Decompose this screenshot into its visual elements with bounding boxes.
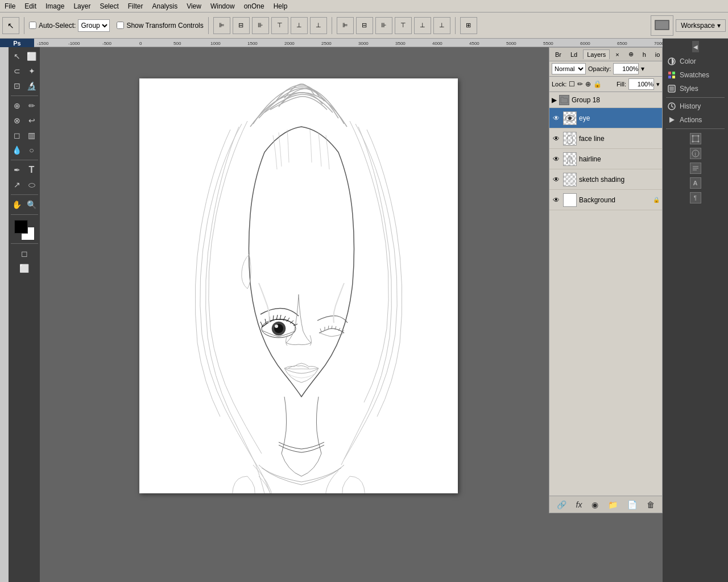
menu-select[interactable]: Select <box>95 1 123 11</box>
right-extra-btn1[interactable] <box>690 133 701 144</box>
svg-rect-55 <box>669 86 674 91</box>
lasso-tool[interactable]: ⊂ <box>10 64 24 78</box>
layers-tab-close[interactable]: × <box>612 50 622 59</box>
menu-onone[interactable]: onOne <box>239 1 269 11</box>
fg-bg-box[interactable] <box>14 220 35 240</box>
type-tool[interactable]: T <box>25 163 39 177</box>
quick-mask-btn[interactable]: ◻ <box>18 247 31 260</box>
align-bottom-btn[interactable]: ⊥ <box>310 17 327 34</box>
lock-paint-btn[interactable]: ✏ <box>577 80 583 88</box>
zoom-tool[interactable]: 🔍 <box>25 198 39 211</box>
layer-item-sketch-shading[interactable]: 👁 sketch shading <box>549 169 662 190</box>
eraser-tool[interactable]: ◻ <box>10 128 24 142</box>
right-swatches-btn[interactable]: Swatches <box>663 68 728 82</box>
layer-mask-btn[interactable]: ◉ <box>592 500 598 509</box>
layers-tab-add[interactable]: ⊕ <box>625 49 637 59</box>
screen-mode-btn[interactable] <box>651 15 673 36</box>
right-extra-btn5[interactable]: ¶ <box>690 192 701 203</box>
distribute-btn4[interactable]: ⊤ <box>395 17 412 34</box>
layer-item-hairline[interactable]: 👁 hairline <box>549 149 662 169</box>
layers-tab-h[interactable]: h <box>639 50 650 59</box>
blur-tool[interactable]: 💧 <box>10 143 24 157</box>
align-top-btn[interactable]: ⊤ <box>271 17 288 34</box>
layers-tab-br[interactable]: Br <box>552 50 565 59</box>
align-right-btn[interactable]: ⊪ <box>252 17 269 34</box>
right-actions-btn[interactable]: Actions <box>663 113 728 127</box>
crop-tool[interactable]: ⊡ <box>10 79 24 93</box>
right-extra-btn4[interactable]: A <box>690 177 701 189</box>
right-color-btn[interactable]: Color <box>663 55 728 68</box>
fg-color-swatch[interactable] <box>14 220 28 234</box>
layer-delete-btn[interactable]: 🗑 <box>647 500 655 509</box>
layer-fx-btn[interactable]: fx <box>576 500 582 509</box>
group-expand-icon[interactable]: ▶ <box>552 96 557 104</box>
layer-item-face-line[interactable]: 👁 face line <box>549 128 662 149</box>
move-tool-btn[interactable]: ↖ <box>2 17 19 34</box>
right-extra-btn2[interactable]: i <box>690 148 701 159</box>
menu-help[interactable]: Help <box>269 1 292 11</box>
distribute-btn3[interactable]: ⊪ <box>375 17 392 34</box>
auto-align-btn[interactable]: ⊞ <box>460 17 477 34</box>
eye-visibility-bg[interactable]: 👁 <box>552 196 561 205</box>
menu-view[interactable]: View <box>182 1 206 11</box>
right-styles-btn[interactable]: Styles <box>663 82 728 95</box>
group-row[interactable]: ▶ Group 18 <box>549 92 662 108</box>
align-left-btn[interactable]: ⊫ <box>213 17 230 34</box>
lock-position-btn[interactable]: ⊕ <box>585 80 591 88</box>
auto-select-dropdown[interactable]: Group Layer <box>78 19 110 32</box>
distribute-btn1[interactable]: ⊫ <box>337 17 354 34</box>
layer-new-group-btn[interactable]: 📁 <box>608 500 618 509</box>
move-tool[interactable]: ↖ <box>10 49 24 63</box>
distribute-btn6[interactable]: ⊥ <box>433 17 450 34</box>
layer-new-btn[interactable]: 📄 <box>627 500 637 509</box>
pen-tool[interactable]: ✒ <box>10 163 24 177</box>
workspace-button[interactable]: Workspace ▾ <box>676 19 726 32</box>
menu-file[interactable]: File <box>0 1 20 11</box>
align-mid-btn[interactable]: ⊥ <box>291 17 308 34</box>
menu-image[interactable]: Image <box>41 1 69 11</box>
clone-tool[interactable]: ⊗ <box>10 114 24 127</box>
show-transform-checkbox[interactable] <box>117 22 124 29</box>
eyedropper-tool[interactable]: 🔬 <box>25 79 39 93</box>
blend-mode-select[interactable]: Normal Multiply Screen <box>552 63 586 74</box>
menu-edit[interactable]: Edit <box>20 1 41 11</box>
auto-select-checkbox[interactable] <box>29 22 36 29</box>
layer-item-background[interactable]: 👁 Background 🔒 <box>549 190 662 210</box>
lock-pixel-btn[interactable]: ☐ <box>569 80 575 88</box>
gradient-tool[interactable]: ▥ <box>25 128 39 142</box>
right-extra-btn3[interactable] <box>690 163 701 174</box>
fill-arrow-btn[interactable]: ▾ <box>656 81 660 88</box>
menu-analysis[interactable]: Analysis <box>147 1 182 11</box>
magic-wand-tool[interactable]: ✦ <box>25 64 39 78</box>
history-brush-tool[interactable]: ↩ <box>25 114 39 127</box>
fill-input[interactable] <box>628 78 654 90</box>
layers-tab-layers[interactable]: Layers <box>583 49 610 59</box>
path-select-tool[interactable]: ↗ <box>10 178 24 192</box>
shape-tool[interactable]: ⬭ <box>25 178 39 192</box>
align-center-btn[interactable]: ⊟ <box>233 17 250 34</box>
screen-mode-btn2[interactable]: ⬜ <box>18 261 31 275</box>
eye-visibility-face-line[interactable]: 👁 <box>552 134 561 143</box>
menu-window[interactable]: Window <box>206 1 239 11</box>
distribute-btn2[interactable]: ⊟ <box>356 17 373 34</box>
eye-visibility-hairline[interactable]: 👁 <box>552 155 561 164</box>
eye-visibility-eye[interactable]: 👁 <box>552 114 561 123</box>
right-panel-collapse[interactable]: ◀ <box>692 41 699 52</box>
opacity-input[interactable] <box>613 63 639 74</box>
dodge-tool[interactable]: ○ <box>25 143 39 157</box>
menu-layer[interactable]: Layer <box>69 1 95 11</box>
heal-tool[interactable]: ⊕ <box>10 99 24 113</box>
layer-link-btn[interactable]: 🔗 <box>557 500 566 509</box>
lock-all-btn[interactable]: 🔒 <box>593 80 602 88</box>
eye-visibility-sketch[interactable]: 👁 <box>552 175 561 184</box>
opacity-arrow-btn[interactable]: ▾ <box>641 65 644 73</box>
layers-tab-ld[interactable]: Ld <box>567 50 581 59</box>
distribute-btn5[interactable]: ⊥ <box>414 17 431 34</box>
layers-tab-io[interactable]: io <box>652 50 664 59</box>
hand-tool[interactable]: ✋ <box>10 198 24 211</box>
menu-filter[interactable]: Filter <box>123 1 148 11</box>
select-tool[interactable]: ⬜ <box>25 49 39 63</box>
brush-tool[interactable]: ✏ <box>25 99 39 113</box>
right-history-btn[interactable]: History <box>663 99 728 113</box>
layer-item-eye[interactable]: 👁 eye <box>549 108 662 128</box>
